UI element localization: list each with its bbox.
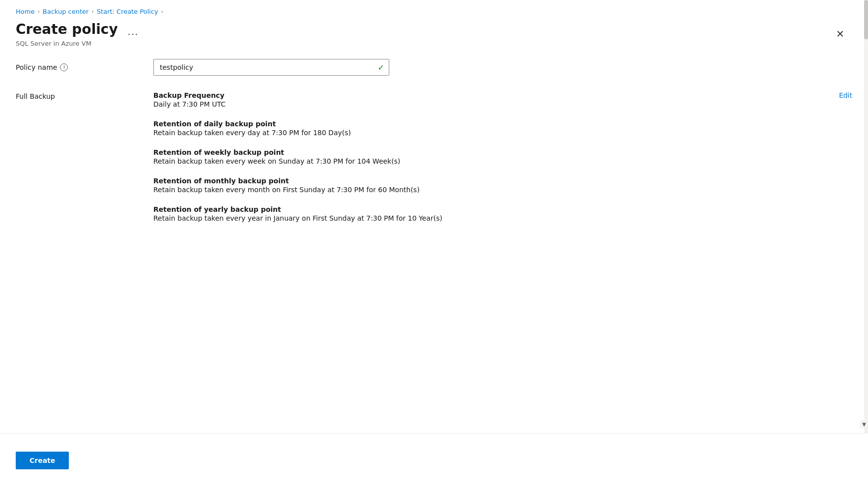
footer: Create	[0, 433, 868, 487]
page-title: Create policy	[16, 21, 118, 38]
retention-weekly-block: Retention of weekly backup point Retain …	[153, 148, 827, 165]
retention-daily-value: Retain backup taken every day at 7:30 PM…	[153, 129, 827, 137]
page-header-left: Create policy SQL Server in Azure VM ...	[16, 21, 143, 47]
scroll-down-arrow[interactable]: ▼	[860, 420, 868, 428]
retention-monthly-value: Retain backup taken every month on First…	[153, 186, 827, 194]
scrollbar-thumb[interactable]	[864, 0, 868, 39]
breadcrumb-sep-2: ›	[91, 8, 93, 15]
page-title-block: Create policy SQL Server in Azure VM	[16, 21, 118, 47]
breadcrumb-sep-1: ›	[37, 8, 39, 15]
retention-yearly-title: Retention of yearly backup point	[153, 205, 827, 213]
policy-name-info-icon[interactable]: i	[60, 63, 68, 71]
breadcrumb: Home › Backup center › Start: Create Pol…	[0, 0, 868, 19]
policy-name-input[interactable]	[153, 59, 389, 76]
full-backup-label: Full Backup	[16, 91, 153, 222]
scrollbar-track	[864, 0, 868, 487]
full-backup-edit-link[interactable]: Edit	[839, 91, 852, 99]
policy-name-input-wrapper: ✓	[153, 59, 389, 76]
retention-daily-title: Retention of daily backup point	[153, 120, 827, 128]
retention-yearly-block: Retention of yearly backup point Retain …	[153, 205, 827, 222]
retention-weekly-value: Retain backup taken every week on Sunday…	[153, 157, 827, 165]
retention-yearly-value: Retain backup taken every year in Januar…	[153, 214, 827, 222]
retention-daily-block: Retention of daily backup point Retain b…	[153, 120, 827, 137]
full-backup-content: Backup Frequency Daily at 7:30 PM UTC Re…	[153, 91, 852, 222]
backup-frequency-block: Backup Frequency Daily at 7:30 PM UTC	[153, 91, 827, 108]
backup-edit-row: Backup Frequency Daily at 7:30 PM UTC Re…	[153, 91, 852, 222]
backup-frequency-title: Backup Frequency	[153, 91, 827, 99]
breadcrumb-sep-3: ›	[161, 8, 163, 15]
backup-details: Backup Frequency Daily at 7:30 PM UTC Re…	[153, 91, 827, 222]
policy-name-label: Policy name i	[16, 63, 153, 71]
more-options-button[interactable]: ...	[124, 24, 143, 39]
policy-name-row: Policy name i ✓	[16, 59, 852, 76]
backup-frequency-value: Daily at 7:30 PM UTC	[153, 100, 827, 108]
content-area: Policy name i ✓ Full Backup Backup Frequ…	[0, 59, 868, 222]
create-button[interactable]: Create	[16, 452, 69, 469]
full-backup-section: Full Backup Backup Frequency Daily at 7:…	[16, 91, 852, 222]
retention-monthly-block: Retention of monthly backup point Retain…	[153, 177, 827, 194]
input-valid-icon: ✓	[378, 62, 384, 72]
breadcrumb-backup-center[interactable]: Backup center	[43, 8, 89, 15]
page-subtitle: SQL Server in Azure VM	[16, 40, 118, 47]
close-button[interactable]: ✕	[832, 25, 848, 43]
page-header: Create policy SQL Server in Azure VM ...…	[0, 19, 868, 59]
breadcrumb-home[interactable]: Home	[16, 8, 34, 15]
breadcrumb-create-policy[interactable]: Start: Create Policy	[97, 8, 158, 15]
retention-weekly-title: Retention of weekly backup point	[153, 148, 827, 156]
retention-monthly-title: Retention of monthly backup point	[153, 177, 827, 185]
